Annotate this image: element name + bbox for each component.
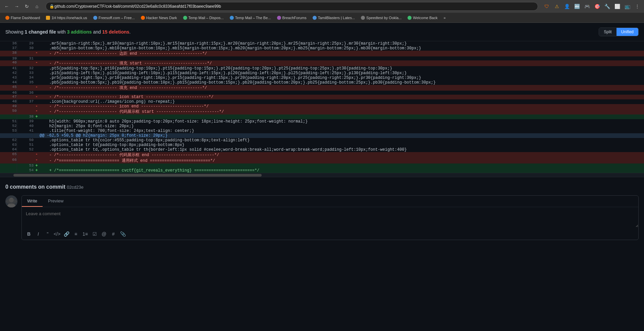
bookmark-welcome[interactable]: Welcome Back	[405, 14, 440, 21]
cast-icon[interactable]: 📺	[623, 2, 631, 10]
preview-tab[interactable]: Preview	[43, 196, 69, 207]
line-content	[40, 114, 644, 119]
new-line-num	[17, 109, 34, 114]
delete-sign: -	[35, 109, 38, 113]
table-row: 4636	[0, 91, 644, 95]
task-list-icon[interactable]: ☑	[91, 230, 98, 238]
more-label: »	[443, 16, 445, 20]
line-sign: -	[34, 158, 40, 163]
old-line-num	[0, 133, 34, 138]
url-text: github.com/CryptoverseCTF/cxk-ball/commi…	[54, 4, 221, 9]
brave-shield-icon[interactable]: 🛡	[543, 2, 551, 10]
line-sign	[34, 91, 40, 95]
italic-icon[interactable]: I	[35, 230, 42, 238]
table-row: 40- - /*------------------------ 填充 star…	[0, 60, 644, 66]
delete-sign: -	[35, 152, 38, 157]
old-line-num: 42	[0, 71, 17, 76]
scrollbar-thumb[interactable]	[13, 174, 262, 177]
add-sign: +	[35, 168, 38, 173]
and-text: and	[92, 29, 102, 35]
bookmark-hackernews[interactable]: Hacker News Dark	[138, 14, 180, 21]
new-line-num: 32	[17, 66, 34, 71]
line-content: @@ -62,5 +50,5 @@ h2{margin: 25px 0;font…	[40, 133, 644, 138]
bookmark-onehack[interactable]: 1H https://onehack.us	[43, 14, 90, 21]
old-line-num: 50	[0, 109, 17, 114]
attach-icon[interactable]: 📎	[119, 230, 126, 238]
extension4-icon[interactable]: 🎯	[593, 2, 601, 10]
split-button[interactable]: Split	[599, 28, 616, 36]
table-row: 5139 h1{width: 960px;margin:0 auto 20px;…	[0, 119, 644, 124]
bookmarks-bar: Flame Dashboard 1H https://onehack.us Fr…	[0, 13, 644, 23]
bookmark-label: Temp Mail – Dispos...	[189, 16, 224, 20]
old-line-num: 53	[0, 129, 17, 133]
line-content: .options_table tr td{padding-top:8px;pad…	[40, 143, 644, 147]
bookmark-freesoff[interactable]: Freesoff.com – Free...	[91, 14, 138, 21]
extension2-icon[interactable]: 🔤	[573, 2, 581, 10]
line-content: - /*------------------------ 填充 start --…	[40, 60, 644, 66]
line-sign	[34, 129, 40, 133]
bold-icon[interactable]: B	[25, 230, 33, 238]
line-content: + /*========================= cvctf{git_…	[40, 168, 644, 173]
unordered-list-icon[interactable]: ≡	[72, 230, 79, 238]
old-line-num: 36	[0, 41, 17, 46]
line-sign: -	[34, 95, 40, 99]
unified-button[interactable]: Unified	[616, 28, 638, 36]
new-line-num: 29	[17, 41, 34, 46]
mention-icon[interactable]: @	[100, 230, 108, 238]
new-line-num: 50	[17, 138, 34, 143]
reload-button[interactable]: ↻	[23, 2, 31, 10]
code-icon[interactable]: </>	[53, 230, 61, 238]
extension3-icon[interactable]: 🎮	[583, 2, 591, 10]
bookmark-icon	[408, 16, 412, 20]
horizontal-scrollbar[interactable]	[0, 173, 644, 177]
line-sign	[34, 138, 40, 143]
bookmark-more[interactable]: »	[441, 14, 448, 21]
extension1-icon[interactable]: 👤	[563, 2, 571, 10]
new-line-num	[17, 85, 34, 91]
line-sign	[34, 76, 40, 80]
delete-sign: -	[35, 60, 38, 65]
bookmark-icon	[93, 16, 97, 20]
link-icon[interactable]: 🔗	[63, 230, 70, 238]
address-bar[interactable]: 🔒 github.com/CryptoverseCTF/cxk-ball/com…	[46, 2, 538, 11]
bookmark-icon	[141, 16, 145, 20]
new-line-num	[17, 152, 34, 158]
warning-icon[interactable]: ⚠	[553, 2, 561, 10]
quote-icon[interactable]: "	[44, 230, 51, 238]
bookmark-tamilblasters[interactable]: TamilBlasters | Lates...	[310, 14, 358, 21]
bookmark-tempmail1[interactable]: Temp Mail – Dispos...	[180, 14, 226, 21]
home-button[interactable]: ⌂	[33, 2, 41, 10]
bookmark-tempmail2[interactable]: Temp Mail – The Be...	[227, 14, 274, 21]
new-line-num: 30	[17, 46, 34, 51]
window-button[interactable]: ⬜	[613, 2, 621, 10]
old-line-num: 62	[0, 138, 17, 143]
menu-button[interactable]: ⋮	[633, 2, 641, 10]
write-tab[interactable]: Write	[22, 196, 43, 207]
line-sign	[34, 143, 40, 147]
new-line-num: 34	[17, 76, 34, 80]
new-line-num: 31	[17, 56, 34, 60]
forward-button[interactable]: →	[13, 2, 21, 10]
table-row: 4334 .pr5{padding-right:5px;}.pr10{paddi…	[0, 76, 644, 80]
user-avatar	[5, 195, 17, 207]
reference-icon[interactable]: #	[110, 230, 117, 238]
back-button[interactable]: ←	[3, 2, 11, 10]
table-row: 47- - /*------------------------ icon st…	[0, 95, 644, 99]
ordered-list-icon[interactable]: 1≡	[82, 230, 89, 238]
bookmark-label: Flame Dashboard	[11, 16, 40, 20]
line-content: .title{font-weight: 700;font-size: 24px;…	[40, 129, 644, 133]
diff-header: Showing 1 changed file with 3 additions …	[0, 23, 644, 41]
bookmark-speedtest[interactable]: Speedtest by Ookla...	[358, 14, 404, 21]
table-row: 6351 .options_table tr td{padding-top:8p…	[0, 143, 644, 147]
extension5-icon[interactable]: 🔧	[603, 2, 611, 10]
new-line-num: 36	[17, 91, 34, 95]
old-line-num: 38	[0, 51, 17, 56]
table-row: 4233 .pl5{padding-left:5px;}.pl10{paddin…	[0, 71, 644, 76]
bookmark-flame[interactable]: Flame Dashboard	[3, 14, 43, 21]
bookmark-breachforums[interactable]: BreachForums	[274, 14, 309, 21]
new-line-num: 33	[17, 71, 34, 76]
delete-sign: -	[35, 51, 38, 55]
comment-textarea[interactable]	[22, 207, 638, 227]
new-line-num: 51	[17, 143, 34, 147]
old-line-num: 52	[0, 124, 17, 129]
